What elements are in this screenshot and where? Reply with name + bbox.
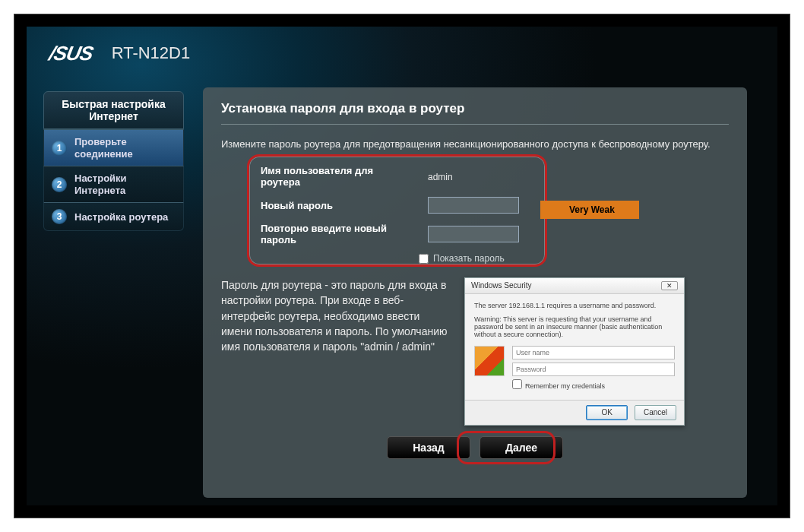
winbox-username-input (512, 346, 675, 359)
help-text: Пароль для роутера - это пароль для вход… (221, 277, 449, 426)
show-password-label: Показать пароль (433, 253, 505, 264)
step-internet-settings[interactable]: 2 Настройки Интернета (43, 166, 184, 202)
brand-logo: /SUS (47, 42, 95, 65)
content-panel: Установка пароля для входа в роутер Изме… (203, 87, 747, 498)
winbox-line1: The server 192.168.1.1 requires a userna… (474, 302, 675, 309)
app-shell: /SUS RT-N12D1 Быстрая настройка Интернет… (27, 27, 777, 505)
nav-buttons: Назад Далее (221, 436, 729, 459)
step-number-icon: 1 (52, 141, 67, 156)
next-button[interactable]: Далее (480, 436, 563, 459)
winbox-password-input (512, 363, 675, 376)
step-router-settings[interactable]: 3 Настройка роутера (43, 202, 184, 231)
winbox-line2: Warning: This server is requesting that … (474, 315, 675, 338)
sidebar-header: Быстрая настройка Интернет (43, 91, 184, 129)
winbox-remember: Remember my credentials (512, 379, 675, 392)
show-password-toggle[interactable]: Показать пароль (419, 253, 729, 264)
username-value: admin (428, 172, 453, 182)
credentials-form: Very Weak Имя пользователя для роутера a… (252, 160, 729, 250)
windows-security-preview: Windows Security ✕ The server 192.168.1.… (464, 277, 685, 426)
username-label: Имя пользователя для роутера (252, 160, 419, 192)
strength-label: Very Weak (569, 204, 615, 215)
step-label: Проверьте соединение (74, 136, 176, 160)
confirm-password-input[interactable] (428, 226, 519, 242)
step-number-icon: 2 (52, 177, 67, 192)
step-check-connection[interactable]: 1 Проверьте соединение (43, 129, 184, 166)
sidebar: Быстрая настройка Интернет 1 Проверьте с… (43, 91, 184, 498)
page-title: Установка пароля для входа в роутер (221, 101, 729, 125)
winbox-ok-button: OK (586, 405, 628, 420)
winbox-remember-label: Remember my credentials (525, 382, 605, 390)
back-button[interactable]: Назад (387, 436, 470, 459)
close-icon: ✕ (661, 281, 678, 290)
header: /SUS RT-N12D1 (27, 27, 777, 80)
confirm-password-label: Повторно введите новый пароль (252, 218, 419, 250)
step-label: Настройка роутера (74, 211, 168, 223)
new-password-input[interactable] (428, 197, 519, 214)
page-description: Измените пароль роутера для предотвращен… (221, 138, 729, 150)
show-password-checkbox[interactable] (419, 254, 429, 264)
winbox-remember-checkbox (512, 379, 522, 389)
winbox-cancel-button: Cancel (635, 405, 676, 420)
step-number-icon: 3 (52, 209, 67, 224)
new-password-label: Новый пароль (252, 192, 419, 218)
password-strength: Very Weak (540, 200, 639, 220)
step-label: Настройки Интернета (74, 173, 176, 196)
model-name: RT-N12D1 (112, 43, 191, 63)
credential-image-icon (474, 346, 505, 376)
app-frame: /SUS RT-N12D1 Быстрая настройка Интернет… (14, 14, 790, 518)
winbox-title: Windows Security (471, 281, 531, 290)
